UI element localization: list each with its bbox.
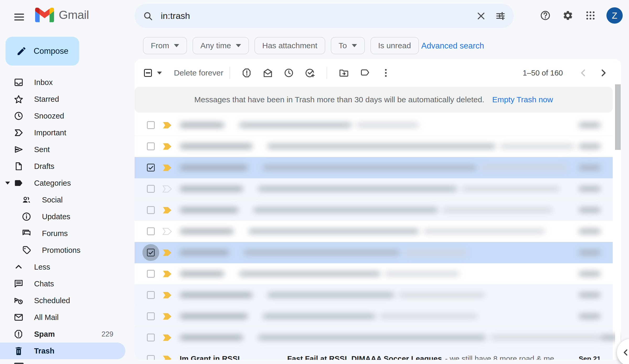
row-checkbox[interactable]: [142, 308, 159, 325]
collapse-arrow-icon[interactable]: [5, 182, 10, 185]
email-row[interactable]: [135, 115, 613, 136]
add-to-tasks-button[interactable]: [301, 64, 319, 82]
importance-marker-icon[interactable]: [162, 121, 172, 129]
close-icon: [476, 11, 486, 21]
snooze-button[interactable]: [280, 64, 298, 82]
filter-chip-any-time[interactable]: Any time: [193, 37, 249, 54]
sidebar-item-sent[interactable]: Sent: [0, 141, 125, 158]
sidebar-nav: InboxStarredSnoozedImportantSentDraftsCa…: [0, 74, 134, 359]
report-spam-button[interactable]: [238, 64, 256, 82]
importance-marker-icon[interactable]: [162, 185, 172, 193]
importance-marker-icon[interactable]: [162, 355, 172, 360]
importance-marker-icon[interactable]: [162, 249, 172, 257]
newer-page-button[interactable]: [574, 64, 592, 82]
labels-button[interactable]: [356, 64, 374, 82]
mark-as-read-button[interactable]: [259, 64, 277, 82]
filter-chip-from[interactable]: From: [143, 37, 187, 54]
search-bar[interactable]: [135, 4, 514, 28]
settings-button[interactable]: [558, 6, 578, 25]
sidebar-item-social[interactable]: Social: [0, 191, 125, 208]
filter-chip-has-attachment[interactable]: Has attachment: [254, 37, 325, 54]
sidebar-item-less[interactable]: Less: [0, 259, 125, 275]
importance-marker-icon[interactable]: [162, 270, 172, 278]
sidebar-item-promotions[interactable]: Promotions: [0, 242, 125, 259]
row-checkbox[interactable]: [142, 159, 159, 176]
sidebar-item-forums[interactable]: Forums: [0, 225, 125, 242]
email-sender: Im Grant in RSSL: [180, 355, 279, 360]
email-row[interactable]: [135, 263, 613, 285]
importance-marker-icon[interactable]: [162, 227, 172, 235]
email-row[interactable]: Im Grant in RSSLFast Fail at RSSL DIMAAA…: [135, 348, 613, 360]
sidebar-item-categories[interactable]: Categories: [0, 175, 125, 191]
search-icon: [143, 11, 153, 21]
sidebar-item-starred[interactable]: Starred: [0, 91, 125, 108]
row-checkbox[interactable]: [142, 265, 159, 282]
importance-marker-icon[interactable]: [162, 206, 172, 214]
compose-button[interactable]: Compose: [6, 37, 79, 66]
delete-forever-button[interactable]: Delete forever: [174, 68, 223, 77]
importance-marker-icon[interactable]: [162, 164, 172, 172]
more-options-button[interactable]: [377, 64, 395, 82]
select-menu-arrow-icon[interactable]: [157, 72, 162, 74]
sidebar-item-updates[interactable]: Updates: [0, 208, 125, 225]
sidebar-item-trash[interactable]: Trash: [0, 342, 125, 359]
scrollbar-thumb[interactable]: [615, 84, 621, 150]
row-checkbox[interactable]: [142, 117, 159, 133]
sidebar-item-all-mail[interactable]: All Mail: [0, 309, 125, 326]
main-menu-button[interactable]: [10, 8, 28, 26]
importance-marker-icon[interactable]: [162, 334, 172, 342]
filter-chip-is-unread[interactable]: Is unread: [370, 37, 419, 54]
row-checkbox[interactable]: [142, 329, 159, 346]
blurred-email-content: [180, 186, 613, 191]
search-options-button[interactable]: [491, 6, 510, 26]
importance-marker-icon[interactable]: [162, 312, 172, 320]
row-checkbox[interactable]: [142, 223, 159, 240]
sidebar-item-chats[interactable]: Chats: [0, 275, 125, 292]
sidebar-item-spam[interactable]: Spam229: [0, 326, 125, 342]
list-scrollbar[interactable]: [615, 84, 621, 360]
support-button[interactable]: [536, 6, 555, 25]
importance-marker-icon[interactable]: [162, 142, 172, 151]
sidebar-item-drafts[interactable]: Drafts: [0, 158, 125, 175]
email-row[interactable]: [135, 327, 613, 348]
email-row[interactable]: [135, 306, 613, 327]
updates-icon: [22, 212, 31, 222]
sidebar-item-inbox[interactable]: Inbox: [0, 74, 125, 91]
move-to-button[interactable]: [335, 64, 353, 82]
sidebar-item-scheduled[interactable]: Scheduled: [0, 292, 125, 309]
row-checkbox[interactable]: [142, 202, 159, 218]
email-row[interactable]: [135, 136, 613, 157]
row-checkbox[interactable]: [142, 244, 159, 261]
search-button[interactable]: [138, 6, 158, 26]
chevron-right-icon: [598, 68, 609, 78]
pagination-range: 1–50 of 160: [523, 69, 563, 77]
row-checkbox[interactable]: [142, 180, 159, 197]
email-row[interactable]: [135, 221, 613, 242]
row-checkbox[interactable]: [142, 287, 159, 303]
email-row[interactable]: [135, 242, 613, 263]
row-checkbox[interactable]: [142, 351, 159, 360]
account-avatar[interactable]: Z: [606, 7, 623, 24]
filter-chip-to[interactable]: To: [331, 37, 365, 54]
older-page-button[interactable]: [594, 64, 612, 82]
sidebar-item-label: Updates: [42, 212, 70, 221]
email-snippet: - we still have 8 more road & me: [445, 355, 554, 360]
email-row[interactable]: [135, 157, 613, 178]
promotions-icon: [22, 245, 31, 255]
sidebar-item-label: Less: [34, 263, 50, 271]
sidebar-item-important[interactable]: Important: [0, 124, 125, 141]
row-checkbox[interactable]: [142, 138, 159, 155]
advanced-search-link[interactable]: Advanced search: [421, 41, 484, 51]
clear-search-button[interactable]: [471, 6, 491, 26]
importance-marker-icon[interactable]: [162, 291, 172, 299]
hamburger-icon: [13, 11, 25, 23]
blurred-email-content: [180, 229, 613, 234]
select-all-checkbox[interactable]: [144, 69, 152, 77]
email-row[interactable]: [135, 200, 613, 221]
sidebar-item-snoozed[interactable]: Snoozed: [0, 108, 125, 124]
search-input[interactable]: [160, 10, 471, 21]
google-apps-button[interactable]: [581, 6, 600, 25]
empty-trash-now-link[interactable]: Empty Trash now: [492, 95, 553, 104]
email-row[interactable]: [135, 285, 613, 306]
email-row[interactable]: [135, 178, 613, 200]
